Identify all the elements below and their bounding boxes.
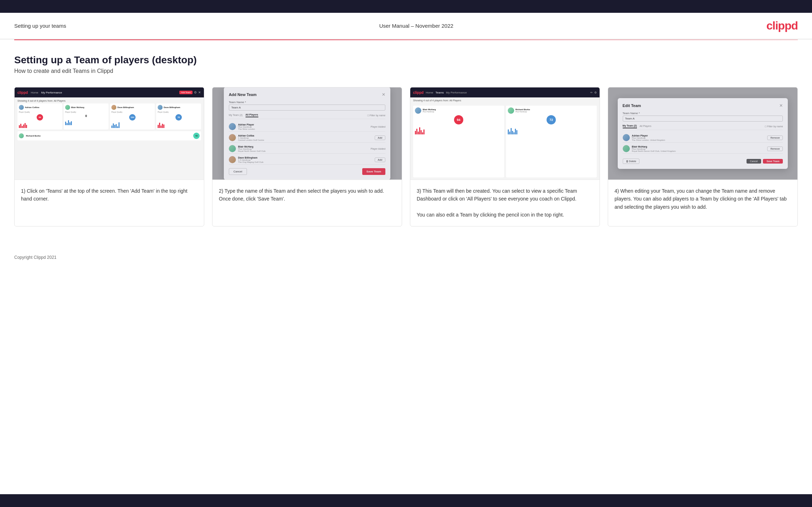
mock-nav-teams: My Performance xyxy=(41,91,62,94)
header-center-text: User Manual – November 2022 xyxy=(379,23,453,29)
bottom-bar xyxy=(0,494,812,507)
top-bar xyxy=(0,0,812,13)
copyright-text: Copyright Clippd 2021 xyxy=(14,255,57,260)
page-title: Setting up a Team of players (desktop) xyxy=(14,54,798,66)
card-1: clippd Home My Performance Add Team ⚙ ✕ … xyxy=(14,87,204,226)
header: Setting up your teams User Manual – Nove… xyxy=(0,13,812,39)
cards-row: clippd Home My Performance Add Team ⚙ ✕ … xyxy=(14,87,798,226)
card-3: clippd Home Teams My Performance ✏ ⚙ Sho… xyxy=(410,87,600,226)
footer: Copyright Clippd 2021 xyxy=(0,255,812,267)
mock-player-2: Blair McHarg Player Quality 0 xyxy=(64,103,109,129)
mock-nav-home: Home xyxy=(31,91,38,94)
page-subtitle: How to create and edit Teams in Clippd xyxy=(14,68,798,74)
card-3-text-2: You can also edit a Team by clicking the… xyxy=(417,212,564,218)
main-content: Setting up a Team of players (desktop) H… xyxy=(0,40,812,255)
mock-logo-1: clippd xyxy=(17,91,28,95)
logo-container: clippd xyxy=(766,19,798,32)
mock-add-team-btn[interactable]: Add Team xyxy=(179,91,193,94)
mock-team-card-2: Richard Burke Plus Handicap 72 xyxy=(506,106,597,177)
card-3-text-1: 3) This Team will then be created. You c… xyxy=(417,188,577,202)
header-left-text: Setting up your teams xyxy=(14,23,66,29)
mock-player-4: Dave Billingham Player Quality 78 xyxy=(156,103,201,129)
card-1-text: 1) Click on 'Teams' at the top of the sc… xyxy=(15,180,204,226)
card-1-screenshot: clippd Home My Performance Add Team ⚙ ✕ … xyxy=(15,87,204,180)
card-4: Edit Team ✕ Team Name * Team A My Team (… xyxy=(608,87,798,226)
mock-player-3: Dave Billingham Player Quality 194 xyxy=(110,103,155,129)
card-2-screenshot: Add New Team ✕ Team Name * Team A My Tea… xyxy=(212,87,402,180)
card-4-text: 4) When editing your Team, you can chang… xyxy=(608,180,797,226)
card-4-screenshot: Edit Team ✕ Team Name * Team A My Team (… xyxy=(608,87,797,180)
mock-player-5: Richard Burke 72 xyxy=(17,131,201,140)
card-2-text: 2) Type the name of this Team and then s… xyxy=(212,180,402,226)
mock-player-1: Adrian Collins Player Quality 84 xyxy=(17,103,62,129)
card-3-screenshot: clippd Home Teams My Performance ✏ ⚙ Sho… xyxy=(410,87,600,180)
mock-section-title-1: Showing 4 out of 4 players from: All Pla… xyxy=(17,100,201,102)
card-3-text: 3) This Team will then be created. You c… xyxy=(410,180,600,226)
mock-team-card-1: Blair McHarg Plus Handicap 94 xyxy=(413,106,504,177)
card-2: Add New Team ✕ Team Name * Team A My Tea… xyxy=(212,87,402,226)
clippd-logo: clippd xyxy=(766,19,798,32)
